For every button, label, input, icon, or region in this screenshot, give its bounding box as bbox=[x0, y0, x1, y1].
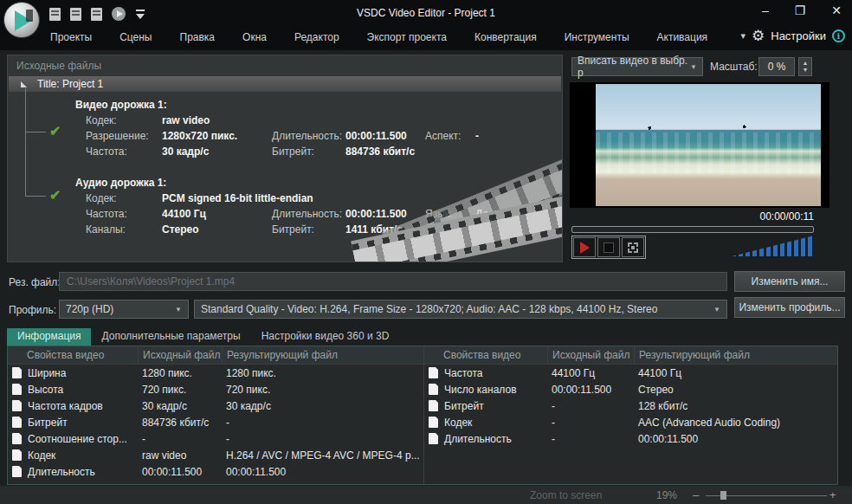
table-row[interactable]: Кодек - AAC (Advanced Audio Coding) bbox=[424, 414, 837, 430]
rename-button[interactable]: Изменить имя... bbox=[734, 271, 845, 292]
status-bar: Zoom to screen 19% – + bbox=[0, 486, 852, 504]
tab-bar: Информация Дополнительные параметры Наст… bbox=[7, 328, 399, 346]
tree-line bbox=[25, 132, 46, 132]
bitrate-value: 884736 кбит/с bbox=[345, 145, 415, 161]
table-row[interactable]: Длительность - 00:00:11.500 bbox=[424, 430, 837, 447]
zoom-slider-handle[interactable] bbox=[720, 491, 726, 500]
property-name: Высота bbox=[28, 384, 63, 396]
property-name: Ширина bbox=[28, 367, 66, 379]
video-ok-check-icon: ✔ bbox=[49, 123, 61, 139]
codec-label: Кодек: bbox=[75, 114, 162, 130]
result-file-input[interactable]: C:\Users\Коля\Videos\Project 1.mp4 bbox=[59, 272, 727, 291]
fit-video-dropdown[interactable]: Вписать видео в выбр. р ▼ bbox=[571, 57, 703, 76]
table-row[interactable]: Высота 720 пикс. 720 пикс. bbox=[8, 381, 423, 397]
menu-item[interactable]: Проекты bbox=[50, 31, 92, 43]
menu-item[interactable]: Правка bbox=[180, 31, 216, 43]
table-row[interactable]: Число каналов 00:00:11.500 Стерео bbox=[424, 381, 837, 397]
file-icon bbox=[12, 466, 22, 477]
scale-stepper[interactable]: ▲ ▼ bbox=[798, 57, 812, 76]
file-icon bbox=[12, 449, 22, 461]
file-icon bbox=[429, 384, 438, 395]
col-property[interactable]: Свойства видео bbox=[8, 346, 138, 364]
property-name: Битрейт bbox=[444, 400, 484, 412]
menu-item[interactable]: Редактор bbox=[294, 31, 339, 43]
zoom-out-icon[interactable]: – bbox=[693, 488, 699, 501]
table-row[interactable]: Соотношение стор... - - bbox=[8, 430, 423, 447]
file-icon bbox=[429, 400, 438, 411]
chevron-down-icon[interactable]: ▾ bbox=[740, 30, 746, 42]
table-row[interactable]: Частота кадров 30 кадр/с 30 кадр/с bbox=[8, 397, 423, 414]
source-value: 1280 пикс. bbox=[138, 367, 222, 379]
col-result[interactable]: Результирующий файл bbox=[222, 346, 423, 364]
menu-item[interactable]: Окна bbox=[242, 31, 267, 43]
minimize-button[interactable]: – bbox=[762, 3, 769, 17]
property-name: Длительность bbox=[28, 466, 95, 478]
app-logo-icon bbox=[3, 2, 40, 38]
close-button[interactable]: ✕ bbox=[831, 3, 842, 17]
table-row[interactable]: Длительность 00:00:11.500 00:00:11.500 bbox=[8, 463, 423, 480]
col-property[interactable]: Свойства видео bbox=[424, 346, 547, 364]
audio-ok-check-icon: ✔ bbox=[49, 187, 61, 204]
tab-additional-parameters[interactable]: Дополнительные параметры bbox=[91, 328, 250, 346]
scale-input[interactable]: 0 % bbox=[758, 57, 795, 76]
video-preview[interactable] bbox=[570, 82, 829, 208]
tab-information[interactable]: Информация bbox=[7, 328, 91, 346]
col-result[interactable]: Результирующий файл bbox=[634, 346, 837, 364]
file-icon bbox=[12, 433, 22, 444]
table-row[interactable]: Кодек raw video H.264 / AVC / MPEG-4 AVC… bbox=[8, 447, 423, 463]
property-name: Соотношение стор... bbox=[28, 433, 127, 445]
info-icon[interactable]: i bbox=[832, 29, 845, 42]
source-value: - bbox=[547, 400, 634, 412]
table-row[interactable]: Битрейт - 128 кбит/с bbox=[424, 397, 837, 414]
profile-preset-dropdown[interactable]: 720p (HD) ▼ bbox=[59, 300, 189, 319]
file-icon bbox=[12, 367, 22, 378]
gear-icon[interactable]: ⚙ bbox=[752, 29, 765, 43]
zoom-to-screen-label[interactable]: Zoom to screen bbox=[530, 489, 602, 501]
source-value: - bbox=[547, 417, 634, 429]
scale-label: Масштаб: bbox=[710, 61, 758, 73]
property-name: Кодек bbox=[444, 417, 472, 429]
file-icon bbox=[429, 433, 438, 444]
bitrate-label: Битрейт: bbox=[261, 223, 345, 239]
profile-label: Профиль: bbox=[9, 304, 56, 316]
table-row[interactable]: Битрейт 884736 кбит/с - bbox=[8, 414, 423, 430]
play-button[interactable] bbox=[573, 237, 596, 257]
stop-icon bbox=[604, 242, 614, 253]
col-source[interactable]: Исходный файл bbox=[547, 346, 634, 364]
result-value: 44100 Гц bbox=[634, 367, 837, 379]
result-value: 720 пикс. bbox=[222, 384, 423, 396]
tree-line bbox=[25, 88, 26, 197]
samplerate-value: 44100 Гц bbox=[162, 208, 261, 223]
frame-button[interactable] bbox=[622, 237, 644, 257]
menu-item[interactable]: Сцены bbox=[119, 31, 152, 43]
menu-item[interactable]: Конвертация bbox=[474, 31, 537, 43]
project-title: Title: Project 1 bbox=[37, 78, 103, 90]
menu-item[interactable]: Инструменты bbox=[565, 31, 629, 43]
source-value: 44100 Гц bbox=[547, 367, 634, 379]
seek-slider[interactable] bbox=[571, 226, 814, 233]
tab-video-360-3d[interactable]: Настройки видео 360 и 3D bbox=[251, 328, 400, 346]
result-value: 00:00:11.500 bbox=[634, 433, 837, 445]
result-value: AAC (Advanced Audio Coding) bbox=[634, 417, 837, 429]
table-row[interactable]: Ширина 1280 пикс. 1280 пикс. bbox=[8, 365, 423, 381]
zoom-in-icon[interactable]: + bbox=[829, 488, 836, 501]
stop-button[interactable] bbox=[597, 237, 620, 257]
table-row[interactable]: Частота 44100 Гц 44100 Гц bbox=[424, 365, 837, 381]
wave-texture bbox=[596, 132, 821, 174]
volume-indicator[interactable] bbox=[732, 235, 814, 256]
settings-button[interactable]: Настройки bbox=[771, 29, 826, 42]
video-track-title: Видео дорожка 1: bbox=[75, 99, 558, 114]
project-tree-row[interactable]: Title: Project 1 bbox=[9, 76, 561, 92]
col-source[interactable]: Исходный файл bbox=[138, 346, 222, 364]
menu-item[interactable]: Активация bbox=[657, 31, 708, 43]
change-profile-button[interactable]: Изменить профиль... bbox=[734, 297, 845, 318]
menu-item[interactable]: Экспорт проекта bbox=[367, 31, 447, 43]
profile-desc-dropdown[interactable]: Standard Quality - Video: H.264, Frame S… bbox=[194, 300, 727, 319]
spin-down-icon[interactable]: ▼ bbox=[803, 68, 809, 73]
spin-up-icon[interactable]: ▲ bbox=[803, 61, 809, 66]
result-file-label: Рез. файл: bbox=[9, 276, 61, 288]
framerate-label: Частота: bbox=[75, 145, 162, 161]
tree-collapse-icon[interactable] bbox=[21, 81, 27, 87]
maximize-button[interactable]: ❐ bbox=[795, 3, 806, 17]
window-title: VSDC Video Editor - Project 1 bbox=[0, 7, 852, 19]
